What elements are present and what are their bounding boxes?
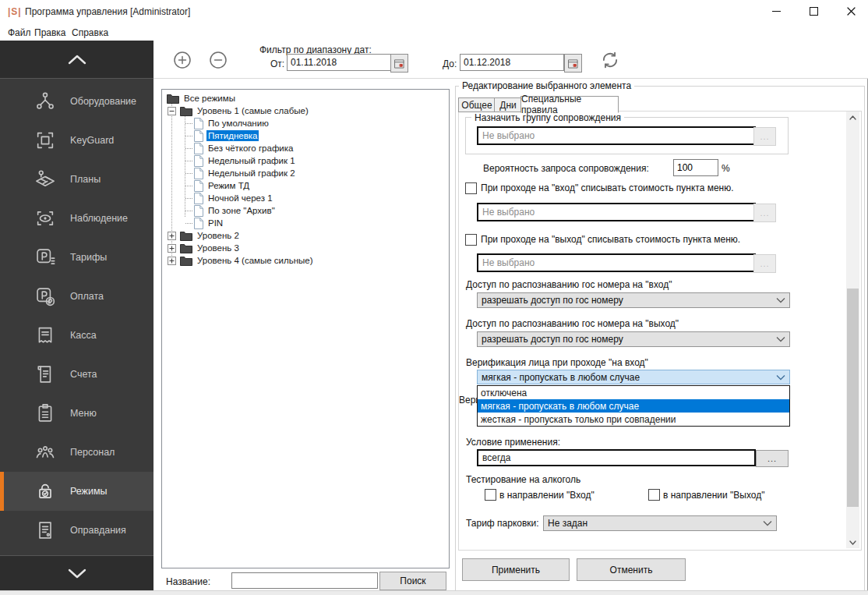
devices-icon [34, 90, 56, 112]
sidebar-item-menu[interactable]: Меню [0, 394, 153, 433]
editor-scrollbar[interactable] [846, 112, 859, 548]
expand-icon[interactable] [168, 232, 176, 240]
escort-group-input[interactable]: Не выбрано [477, 126, 756, 145]
sidebar-item-label: Касса [70, 316, 97, 355]
people-icon [34, 441, 56, 463]
chevron-down-icon [776, 372, 785, 383]
dropdown-option-soft[interactable]: мягкая - пропускать в любом случае [478, 399, 789, 413]
menu-help[interactable]: Справка [69, 26, 111, 40]
tree-item-level2[interactable]: Уровень 2 [168, 229, 241, 242]
alcohol-entry-checkbox[interactable] [485, 489, 496, 501]
folder-icon [180, 106, 192, 116]
charge-exit-input[interactable]: Не выбрано [477, 253, 756, 272]
condition-browse-button[interactable]: ... [756, 450, 789, 467]
sidebar-item-excuses[interactable]: Оправдания [0, 511, 153, 550]
document-icon [194, 218, 203, 229]
tab-special-rules[interactable]: Специальные правила [520, 96, 619, 113]
sidebar-item-tariffs[interactable]: Тарифы [0, 238, 153, 277]
folder-icon [180, 243, 192, 253]
plate-entry-value: разрешать доступ по гос номеру [482, 295, 623, 306]
plate-exit-select[interactable]: разрешать доступ по гос номеру [477, 331, 790, 347]
tab-days[interactable]: Дни [494, 97, 522, 112]
date-to-calendar-button[interactable] [564, 54, 582, 73]
sidebar-item-label: Тарифы [70, 238, 107, 277]
tree-item-weekly-1[interactable]: Недельный график 1 [194, 154, 297, 167]
condition-value: всегда [482, 452, 510, 463]
charge-exit-browse-button[interactable]: ... [753, 254, 776, 273]
date-from-calendar-button[interactable] [390, 54, 408, 73]
tree-item-label: Уровень 2 [196, 230, 241, 241]
bill-icon [34, 363, 56, 385]
tree-item-td-mode[interactable]: Режим ТД [194, 179, 251, 192]
toolbar: Фильтр по диапазону дат: От: До: [153, 41, 868, 79]
sidebar-item-payment[interactable]: Оплата [0, 277, 153, 316]
sidebar-item-accounts[interactable]: Счета [0, 355, 153, 394]
condition-input[interactable]: всегда [477, 449, 756, 466]
menu-file[interactable]: Файл [5, 26, 34, 40]
collapse-icon[interactable] [168, 107, 176, 115]
charge-entry-checkbox[interactable] [465, 182, 477, 194]
sidebar-item-staff[interactable]: Персонал [0, 433, 153, 472]
lock-check-icon [34, 480, 56, 502]
tree-item-archive-zone[interactable]: По зоне "Архив" [194, 204, 277, 217]
face-entry-select[interactable]: мягкая - пропускать в любом случае [477, 370, 790, 384]
sidebar-item-equipment[interactable]: Оборудование [0, 82, 153, 121]
dropdown-option-strict[interactable]: жесткая - пропускать только при совпаден… [478, 413, 789, 426]
close-button[interactable] [839, 0, 863, 22]
sidebar-item-observation[interactable]: Наблюдение [0, 199, 153, 238]
tree-item-level4[interactable]: Уровень 4 (самые сильные) [168, 254, 315, 267]
tree-item-level3[interactable]: Уровень 3 [168, 242, 241, 254]
sidebar-item-cashdesk[interactable]: Касса [0, 316, 153, 355]
sidebar-item-label: Оплата [70, 277, 104, 316]
sidebar-item-keyguard[interactable]: KeyGuard [0, 121, 153, 160]
apply-button[interactable]: Применить [462, 558, 570, 581]
expand-icon[interactable] [168, 257, 176, 265]
zoom-in-button[interactable] [173, 51, 192, 69]
scroll-up-button[interactable] [846, 112, 859, 123]
tree-item-no-strict-schedule[interactable]: Без чёткого графика [194, 142, 295, 154]
alcohol-exit-checkbox[interactable] [648, 489, 660, 501]
alcohol-test-label: Тестирование на алкоголь [466, 474, 580, 485]
sidebar-collapse-button[interactable] [0, 41, 153, 79]
app-logo-icon: |S| [8, 6, 22, 17]
chevron-down-icon [776, 334, 785, 345]
clipboard-list-icon [34, 402, 56, 424]
scrollbar-thumb[interactable] [847, 289, 859, 507]
expand-icon[interactable] [168, 244, 176, 253]
chevron-up-icon [65, 55, 89, 65]
tree-item-default[interactable]: По умолчанию [194, 117, 270, 129]
charge-entry-input[interactable]: Не выбрано [477, 203, 756, 221]
charge-entry-browse-button[interactable]: ... [753, 204, 776, 222]
date-to-input[interactable] [460, 54, 564, 71]
scroll-down-button[interactable] [846, 537, 859, 548]
parking-tariff-select[interactable]: Не задан [543, 515, 777, 531]
escort-probability-input[interactable] [673, 159, 718, 176]
tree-item-level1[interactable]: Уровень 1 (самые слабые) [168, 104, 310, 117]
escort-group-browse-button[interactable]: ... [753, 127, 776, 146]
maximize-button[interactable] [802, 0, 825, 22]
date-from-label: От: [270, 58, 284, 69]
sidebar-item-modes[interactable]: Режимы [0, 472, 153, 511]
map-icon [34, 168, 56, 190]
name-search-input[interactable] [231, 572, 378, 589]
search-button[interactable]: Поиск [379, 572, 446, 590]
tree-item-pin[interactable]: PIN [194, 217, 224, 229]
tree-item-night-shift[interactable]: Ночной через 1 [194, 192, 274, 204]
sidebar-item-plans[interactable]: Планы [0, 160, 153, 199]
tab-general[interactable]: Общее [458, 97, 496, 112]
sidebar-expand-button[interactable] [0, 555, 153, 591]
tree-item-five-day[interactable]: Пятидневка [194, 129, 259, 142]
menu-edit[interactable]: Правка [31, 26, 69, 40]
dropdown-option-disabled[interactable]: отключена [478, 386, 789, 399]
cancel-button[interactable]: Отменить [577, 558, 686, 581]
zoom-out-button[interactable] [209, 51, 228, 69]
plate-entry-select[interactable]: разрешать доступ по гос номеру [477, 292, 790, 308]
tree-item-weekly-2[interactable]: Недельный график 2 [194, 167, 297, 179]
minimize-button[interactable] [764, 0, 788, 22]
refresh-button[interactable] [600, 50, 620, 70]
tree-item-all-modes[interactable]: Все режимы [167, 92, 237, 104]
charge-exit-checkbox[interactable] [465, 234, 477, 246]
document-lines-icon [34, 519, 56, 541]
date-from-input[interactable] [287, 54, 391, 71]
name-search-label: Название: [166, 576, 210, 587]
